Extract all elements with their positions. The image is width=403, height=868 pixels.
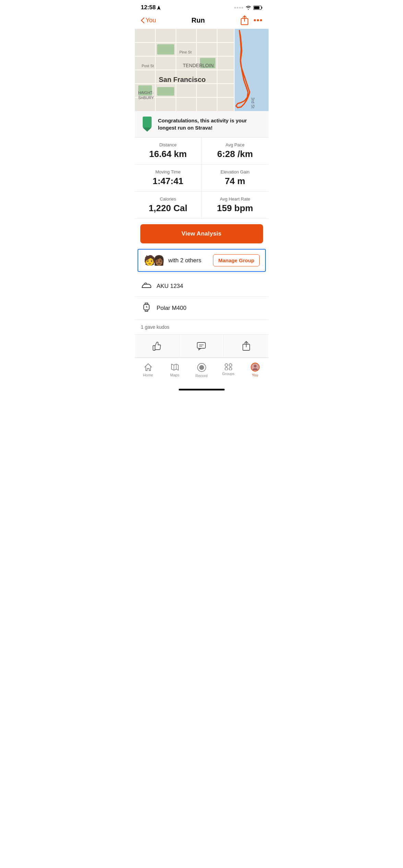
avatar-2: 👩🏾 (153, 255, 165, 266)
svg-point-57 (225, 367, 228, 370)
home-tab-label: Home (143, 373, 153, 377)
moving-time-value: 1:47:41 (142, 176, 195, 186)
back-label: You (146, 17, 156, 24)
calories-value: 1,220 Cal (142, 203, 195, 214)
stat-moving-time: Moving Time 1:47:41 (135, 165, 202, 191)
group-with-others-text: with 2 others (168, 257, 201, 264)
comment-button[interactable] (179, 335, 224, 357)
stat-calories: Calories 1,220 Cal (135, 192, 202, 218)
page-title: Run (191, 16, 205, 24)
avg-pace-label: Avg Pace (209, 142, 262, 147)
svg-rect-2 (261, 7, 262, 9)
back-chevron-icon (141, 17, 144, 23)
stat-elevation: Elevation Gain 74 m (202, 165, 269, 191)
route-map[interactable]: Pine St Post St TENDERLOIN San Francisco… (135, 29, 269, 111)
share-action-icon (242, 341, 251, 351)
wifi-icon (245, 5, 251, 10)
battery-icon (253, 5, 262, 10)
kudos-text: 1 gave kudos (141, 324, 169, 330)
stats-row-2: Moving Time 1:47:41 Elevation Gain 74 m (135, 165, 269, 192)
congrats-banner: Congratulations, this activity is your l… (135, 111, 269, 137)
share-icon[interactable] (240, 15, 249, 25)
svg-point-7 (260, 19, 262, 21)
achievement-badge-icon (141, 117, 153, 132)
svg-rect-23 (157, 87, 174, 96)
svg-marker-33 (143, 128, 152, 132)
elevation-value: 74 m (209, 176, 262, 186)
tab-bar: Home Maps Record Groups (135, 358, 269, 386)
equipment-watch[interactable]: Polar M400 (135, 297, 269, 320)
svg-marker-50 (171, 364, 178, 370)
stat-avg-pace: Avg Pace 6:28 /km (202, 137, 269, 164)
elevation-label: Elevation Gain (209, 169, 262, 174)
svg-text:TENDERLOIN: TENDERLOIN (183, 63, 214, 68)
svg-point-60 (254, 365, 257, 367)
tab-you[interactable]: You (242, 361, 269, 379)
record-tab-label: Record (195, 374, 208, 378)
stat-distance: Distance 16.64 km (135, 137, 202, 164)
kudos-button[interactable] (135, 335, 179, 357)
map-svg: Pine St Post St TENDERLOIN San Francisco… (135, 29, 269, 111)
tab-home[interactable]: Home (135, 361, 162, 379)
congrats-text: Congratulations, this activity is your l… (158, 117, 262, 131)
svg-point-6 (257, 19, 259, 21)
watch-name: Polar M400 (157, 305, 187, 312)
distance-label: Distance (142, 142, 195, 147)
groups-tab-label: Groups (222, 372, 234, 376)
action-bar (135, 334, 269, 358)
svg-rect-44 (153, 346, 155, 350)
share-action-button[interactable] (224, 335, 268, 357)
group-left: 🧑 👩🏾 with 2 others (144, 255, 201, 266)
home-indicator (179, 389, 225, 390)
more-icon[interactable] (254, 19, 262, 22)
svg-point-55 (225, 364, 228, 366)
group-row: 🧑 👩🏾 with 2 others Manage Group (138, 249, 266, 272)
heart-rate-value: 159 bpm (209, 203, 262, 214)
kudos-section: 1 gave kudos (135, 320, 269, 333)
stat-heart-rate: Avg Heart Rate 159 bpm (202, 192, 269, 218)
you-tab-label: You (252, 373, 258, 377)
manage-group-button[interactable]: Manage Group (213, 254, 259, 266)
tab-record[interactable]: Record (188, 361, 215, 379)
nav-actions (240, 15, 262, 25)
location-arrow-icon (157, 5, 161, 10)
avg-pace-value: 6:28 /km (209, 149, 262, 159)
thumbs-up-icon (152, 341, 162, 351)
svg-text:3rd St: 3rd St (250, 97, 255, 109)
nav-bar: You Run (135, 13, 269, 29)
svg-text:San Francisco: San Francisco (159, 76, 206, 83)
svg-point-56 (229, 364, 232, 366)
svg-rect-20 (157, 44, 174, 55)
moving-time-label: Moving Time (142, 169, 195, 174)
stats-row-1: Distance 16.64 km Avg Pace 6:28 /km (135, 137, 269, 165)
tab-maps[interactable]: Maps (162, 361, 188, 379)
shoe-icon (141, 281, 152, 291)
status-time: 12:58 (141, 4, 161, 11)
view-analysis-button[interactable]: View Analysis (140, 224, 263, 243)
svg-marker-0 (157, 5, 161, 10)
svg-text:SHBURY: SHBURY (138, 96, 154, 100)
tab-groups[interactable]: Groups (215, 361, 242, 379)
svg-rect-32 (143, 117, 152, 128)
calories-label: Calories (142, 196, 195, 202)
status-bar: 12:58 (135, 0, 269, 13)
stats-grid: Distance 16.64 km Avg Pace 6:28 /km Movi… (135, 137, 269, 219)
maps-icon (170, 363, 179, 372)
maps-tab-label: Maps (170, 373, 179, 377)
groups-icon (224, 363, 233, 370)
status-icons (234, 5, 262, 10)
svg-text:HAIGHT-: HAIGHT- (138, 91, 154, 95)
time-label: 12:58 (141, 4, 156, 11)
watch-icon (141, 302, 152, 314)
home-icon (144, 363, 153, 372)
back-button[interactable]: You (141, 17, 156, 24)
shoe-name: AKU 1234 (157, 283, 183, 290)
svg-rect-3 (254, 6, 259, 9)
you-avatar-icon (251, 363, 260, 372)
record-icon (197, 363, 206, 372)
comment-icon (197, 341, 206, 351)
equipment-shoe[interactable]: AKU 1234 (135, 276, 269, 297)
svg-text:Pine St: Pine St (179, 50, 191, 54)
distance-value: 16.64 km (142, 149, 195, 159)
svg-rect-45 (197, 342, 205, 348)
